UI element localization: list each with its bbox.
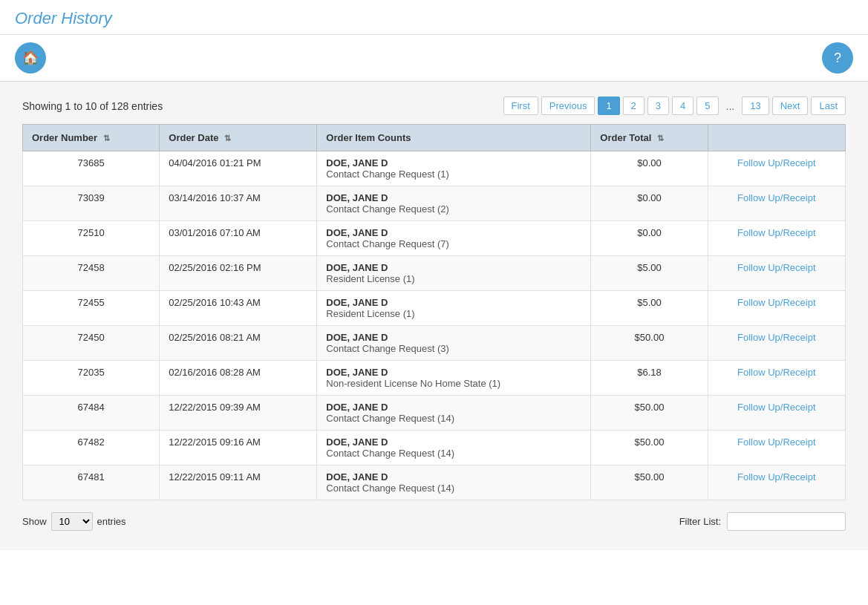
cell-order-number: 72035 xyxy=(23,361,160,396)
cell-order-date: 02/16/2016 08:28 AM xyxy=(160,361,317,396)
table-row: 73039 03/14/2016 10:37 AM DOE, JANE D Co… xyxy=(23,186,846,221)
cell-action: Follow Up/Receipt xyxy=(708,326,845,361)
cell-order-total: $50.00 xyxy=(591,326,708,361)
entries-select[interactable]: 10 25 50 100 xyxy=(51,512,93,531)
pagination-page-2[interactable]: 2 xyxy=(623,97,645,115)
item-description: Contact Change Request (14) xyxy=(326,483,581,494)
cell-order-number: 72458 xyxy=(23,256,160,291)
cell-order-items: DOE, JANE D Contact Change Request (2) xyxy=(317,186,591,221)
cell-order-date: 12/22/2015 09:16 AM xyxy=(160,431,317,465)
item-description: Non-resident License No Home State (1) xyxy=(326,378,581,389)
col-header-order-date[interactable]: Order Date ⇅ xyxy=(160,125,317,151)
pagination-last[interactable]: Last xyxy=(811,97,846,115)
cell-order-total: $5.00 xyxy=(591,256,708,291)
main-content: Showing 1 to 10 of 128 entries First Pre… xyxy=(0,82,868,550)
customer-name: DOE, JANE D xyxy=(326,157,581,169)
order-history-table: Order Number ⇅ Order Date ⇅ Order Item C… xyxy=(22,124,846,500)
help-button[interactable]: ? xyxy=(822,42,853,73)
cell-order-number: 73685 xyxy=(23,151,160,186)
col-header-order-total[interactable]: Order Total ⇅ xyxy=(591,125,708,151)
follow-up-receipt-link[interactable]: Follow Up/Receipt xyxy=(737,227,816,238)
info-row: Showing 1 to 10 of 128 entries First Pre… xyxy=(22,97,846,115)
cell-action: Follow Up/Receipt xyxy=(708,465,845,500)
cell-order-items: DOE, JANE D Contact Change Request (14) xyxy=(317,396,591,431)
cell-order-number: 67481 xyxy=(23,465,160,500)
pagination-ellipsis: ... xyxy=(722,97,740,115)
entries-label: entries xyxy=(97,516,126,527)
sort-icon-order-number: ⇅ xyxy=(103,134,110,143)
customer-name: DOE, JANE D xyxy=(326,192,581,203)
cell-order-total: $50.00 xyxy=(591,396,708,431)
cell-order-date: 02/25/2016 10:43 AM xyxy=(160,291,317,326)
cell-order-items: DOE, JANE D Contact Change Request (14) xyxy=(317,465,591,500)
follow-up-receipt-link[interactable]: Follow Up/Receipt xyxy=(737,332,816,343)
filter-label: Filter List: xyxy=(679,516,721,527)
home-icon: 🏠 xyxy=(22,50,39,66)
cell-action: Follow Up/Receipt xyxy=(708,186,845,221)
cell-order-total: $0.00 xyxy=(591,221,708,256)
item-description: Contact Change Request (7) xyxy=(326,238,581,249)
bottom-row: Show 10 25 50 100 entries Filter List: xyxy=(22,508,846,535)
item-description: Contact Change Request (3) xyxy=(326,343,581,354)
cell-action: Follow Up/Receipt xyxy=(708,431,845,465)
cell-order-total: $50.00 xyxy=(591,431,708,465)
follow-up-receipt-link[interactable]: Follow Up/Receipt xyxy=(737,192,816,203)
cell-action: Follow Up/Receipt xyxy=(708,361,845,396)
cell-order-number: 72455 xyxy=(23,291,160,326)
follow-up-receipt-link[interactable]: Follow Up/Receipt xyxy=(737,367,816,378)
page-header: Order History xyxy=(0,0,868,35)
follow-up-receipt-link[interactable]: Follow Up/Receipt xyxy=(737,471,816,483)
cell-order-total: $50.00 xyxy=(591,465,708,500)
pagination-page-5[interactable]: 5 xyxy=(696,97,718,115)
col-header-order-number[interactable]: Order Number ⇅ xyxy=(23,125,160,151)
pagination-page-3[interactable]: 3 xyxy=(647,97,669,115)
cell-order-date: 12/22/2015 09:11 AM xyxy=(160,465,317,500)
table-row: 67484 12/22/2015 09:39 AM DOE, JANE D Co… xyxy=(23,396,846,431)
cell-order-items: DOE, JANE D Contact Change Request (3) xyxy=(317,326,591,361)
pagination-page-4[interactable]: 4 xyxy=(672,97,694,115)
cell-order-items: DOE, JANE D Resident License (1) xyxy=(317,256,591,291)
cell-action: Follow Up/Receipt xyxy=(708,291,845,326)
table-row: 67482 12/22/2015 09:16 AM DOE, JANE D Co… xyxy=(23,431,846,465)
table-header-row: Order Number ⇅ Order Date ⇅ Order Item C… xyxy=(23,125,846,151)
home-button[interactable]: 🏠 xyxy=(15,42,46,73)
cell-order-number: 73039 xyxy=(23,186,160,221)
pagination-page-1[interactable]: 1 xyxy=(598,97,619,115)
follow-up-receipt-link[interactable]: Follow Up/Receipt xyxy=(737,157,816,169)
cell-order-number: 67484 xyxy=(23,396,160,431)
item-description: Contact Change Request (2) xyxy=(326,203,581,215)
cell-order-number: 72510 xyxy=(23,221,160,256)
customer-name: DOE, JANE D xyxy=(326,436,581,448)
col-header-action xyxy=(708,125,845,151)
help-icon: ? xyxy=(834,50,841,66)
pagination-previous[interactable]: Previous xyxy=(541,97,595,115)
follow-up-receipt-link[interactable]: Follow Up/Receipt xyxy=(737,436,816,448)
customer-name: DOE, JANE D xyxy=(326,262,581,273)
pagination-next[interactable]: Next xyxy=(772,97,809,115)
col-header-order-items: Order Item Counts xyxy=(317,125,591,151)
cell-order-items: DOE, JANE D Non-resident License No Home… xyxy=(317,361,591,396)
pagination-page-13[interactable]: 13 xyxy=(742,97,769,115)
table-row: 72035 02/16/2016 08:28 AM DOE, JANE D No… xyxy=(23,361,846,396)
follow-up-receipt-link[interactable]: Follow Up/Receipt xyxy=(737,297,816,308)
sort-icon-order-date: ⇅ xyxy=(224,134,231,143)
filter-input[interactable] xyxy=(727,512,846,531)
follow-up-receipt-link[interactable]: Follow Up/Receipt xyxy=(737,262,816,273)
customer-name: DOE, JANE D xyxy=(326,367,581,378)
toolbar-row: 🏠 ? xyxy=(0,35,868,82)
customer-name: DOE, JANE D xyxy=(326,471,581,483)
customer-name: DOE, JANE D xyxy=(326,402,581,413)
item-description: Contact Change Request (1) xyxy=(326,169,581,180)
follow-up-receipt-link[interactable]: Follow Up/Receipt xyxy=(737,402,816,413)
cell-order-date: 03/01/2016 07:10 AM xyxy=(160,221,317,256)
table-row: 72455 02/25/2016 10:43 AM DOE, JANE D Re… xyxy=(23,291,846,326)
table-row: 73685 04/04/2016 01:21 PM DOE, JANE D Co… xyxy=(23,151,846,186)
entries-info: Showing 1 to 10 of 128 entries xyxy=(22,100,163,112)
cell-action: Follow Up/Receipt xyxy=(708,151,845,186)
cell-order-date: 03/14/2016 10:37 AM xyxy=(160,186,317,221)
show-entries-control: Show 10 25 50 100 entries xyxy=(22,512,126,531)
cell-order-items: DOE, JANE D Contact Change Request (7) xyxy=(317,221,591,256)
pagination-first[interactable]: First xyxy=(503,97,538,115)
item-description: Resident License (1) xyxy=(326,308,581,319)
filter-row: Filter List: xyxy=(679,512,846,531)
